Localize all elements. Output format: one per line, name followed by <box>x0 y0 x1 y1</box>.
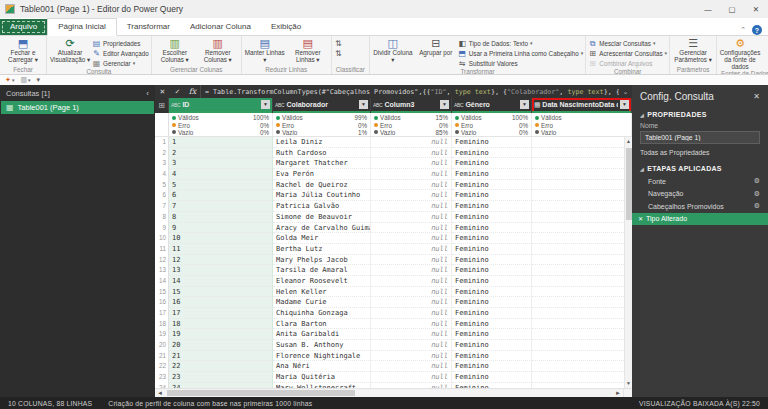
cell-id[interactable]: 3 <box>169 158 273 169</box>
cell-g-nero[interactable]: Feminino <box>452 201 532 212</box>
remover-linhas-button[interactable]: ▤Remover Linhas ▾ <box>287 37 329 66</box>
cell-data-nascimentodata-de-admiss-o[interactable] <box>532 201 632 212</box>
applied-step-navega-o[interactable]: Navegação⚙ <box>632 188 768 201</box>
row-number[interactable]: 21 <box>155 351 169 362</box>
cell-data-nascimentodata-de-admiss-o[interactable] <box>532 340 632 351</box>
cell-g-nero[interactable]: Feminino <box>452 276 532 287</box>
cell-data-nascimentodata-de-admiss-o[interactable] <box>532 158 632 169</box>
acrescentar-consultas-button[interactable]: ⊞Acrescentar Consultas▾ <box>588 48 667 58</box>
cell-id[interactable]: 7 <box>169 201 273 212</box>
row-number[interactable]: 18 <box>155 319 169 330</box>
column-header-data-nascimentodata-de-admiss-o[interactable]: ▦Data NascimentoData de Admissão▼ <box>532 98 632 113</box>
cell-g-nero[interactable]: Feminino <box>452 137 532 148</box>
cell-id[interactable]: 5 <box>169 180 273 191</box>
sort-ascending-button[interactable]: ⇅ <box>334 38 343 48</box>
tab-transformar[interactable]: Transformar <box>117 19 180 35</box>
cell-id[interactable]: 8 <box>169 212 273 223</box>
gerenciar-button[interactable]: ▦Gerenciar▾ <box>92 58 149 68</box>
applied-step-cabe-alhos-promovidos[interactable]: Cabeçalhos Promovidos⚙ <box>632 200 768 213</box>
cell-g-nero[interactable]: Feminino <box>452 361 532 372</box>
cell-data-nascimentodata-de-admiss-o[interactable] <box>532 148 632 159</box>
cell-data-nascimentodata-de-admiss-o[interactable] <box>532 190 632 201</box>
cell-g-nero[interactable]: Feminino <box>452 265 532 276</box>
cell-colaborador[interactable]: Aracy de Carvalho Guimarã… <box>273 223 371 234</box>
cell-g-nero[interactable]: Feminino <box>452 287 532 298</box>
confirm-formula-icon[interactable]: ✓ <box>170 88 185 96</box>
cell-id[interactable]: 18 <box>169 319 273 330</box>
cell-colaborador[interactable]: Patricia Galvão <box>273 201 371 212</box>
row-number[interactable]: 20 <box>155 340 169 351</box>
editor-avan-ado-button[interactable]: ✎Editor Avançado <box>92 48 149 58</box>
column-header-g-nero[interactable]: ABCGênero▼ <box>452 98 532 113</box>
cell-g-nero[interactable]: Feminino <box>452 158 532 169</box>
cell-column3[interactable]: null <box>371 201 452 212</box>
minimize-button[interactable]: — <box>696 0 720 18</box>
cell-column3[interactable]: null <box>371 180 452 191</box>
cell-g-nero[interactable]: Feminino <box>452 308 532 319</box>
cell-id[interactable]: 23 <box>169 372 273 383</box>
row-number[interactable]: 13 <box>155 265 169 276</box>
fx-icon[interactable]: fx <box>185 87 200 96</box>
applied-step-tipo-alterado[interactable]: ✕Tipo Alterado <box>632 213 768 226</box>
cell-data-nascimentodata-de-admiss-o[interactable] <box>532 297 632 308</box>
maximize-button[interactable]: ▢ <box>720 0 744 18</box>
cell-column3[interactable]: null <box>371 255 452 266</box>
scroll-up-icon[interactable]: ▲ <box>626 137 631 146</box>
collapse-ribbon-icon[interactable]: ⌃ <box>740 26 746 34</box>
cell-colaborador[interactable]: Susan B. Anthony <box>273 340 371 351</box>
cell-data-nascimentodata-de-admiss-o[interactable] <box>532 308 632 319</box>
cell-colaborador[interactable]: Anita Garibaldi <box>273 329 371 340</box>
mesclar-consultas-button[interactable]: ⧉Mesclar Consultas▾ <box>588 38 667 48</box>
row-number[interactable]: 17 <box>155 308 169 319</box>
cancel-formula-icon[interactable]: ✕ <box>155 88 170 96</box>
cell-column3[interactable]: null <box>371 212 452 223</box>
cell-data-nascimentodata-de-admiss-o[interactable] <box>532 255 632 266</box>
help-icon[interactable]: ? <box>752 25 762 35</box>
formula-input[interactable]: = Table.TransformColumnTypes(#"Cabeçalho… <box>200 85 619 98</box>
tab-página-inicial[interactable]: Página Inicial <box>47 18 117 36</box>
cell-id[interactable]: 10 <box>169 233 273 244</box>
cell-colaborador[interactable]: Maria Júlia Coutinho <box>273 190 371 201</box>
cell-id[interactable]: 17 <box>169 308 273 319</box>
vertical-scrollbar[interactable]: ▲ ▼ <box>624 137 632 388</box>
row-number[interactable]: 1 <box>155 137 169 148</box>
cell-data-nascimentodata-de-admiss-o[interactable] <box>532 265 632 276</box>
row-number[interactable]: 12 <box>155 255 169 266</box>
cell-column3[interactable]: null <box>371 233 452 244</box>
cell-column3[interactable]: null <box>371 297 452 308</box>
cell-g-nero[interactable]: Feminino <box>452 297 532 308</box>
column-filter-dropdown-icon[interactable]: ▼ <box>359 100 368 109</box>
cell-column3[interactable]: null <box>371 148 452 159</box>
applied-steps-section-header[interactable]: ◢ ETAPAS APLICADAS <box>632 161 768 174</box>
cell-column3[interactable]: null <box>371 137 452 148</box>
row-number[interactable]: 23 <box>155 372 169 383</box>
cell-data-nascimentodata-de-admiss-o[interactable] <box>532 329 632 340</box>
qat-customize-icon[interactable]: ▾ <box>37 76 41 84</box>
horizontal-scroll-thumb[interactable] <box>167 390 355 396</box>
cell-column3[interactable]: null <box>371 319 452 330</box>
cell-data-nascimentodata-de-admiss-o[interactable] <box>532 137 632 148</box>
tab-exibição[interactable]: Exibição <box>261 19 311 35</box>
cell-data-nascimentodata-de-admiss-o[interactable] <box>532 351 632 362</box>
row-number[interactable]: 11 <box>155 244 169 255</box>
column-filter-dropdown-icon[interactable]: ▼ <box>620 100 629 109</box>
cell-colaborador[interactable]: Eleanor Roosevelt <box>273 276 371 287</box>
cell-id[interactable]: 13 <box>169 265 273 276</box>
cell-column3[interactable]: null <box>371 276 452 287</box>
cell-id[interactable]: 16 <box>169 297 273 308</box>
tab-arquivo[interactable]: Arquivo <box>0 19 47 35</box>
row-number[interactable]: 7 <box>155 201 169 212</box>
query-name-input[interactable] <box>640 131 760 144</box>
column-header-column3[interactable]: ABCColumn3▼ <box>371 98 452 113</box>
close-settings-icon[interactable]: ✕ <box>753 92 760 101</box>
cell-id[interactable]: 1 <box>169 137 273 148</box>
cell-g-nero[interactable]: Feminino <box>452 351 532 362</box>
row-number[interactable]: 2 <box>155 148 169 159</box>
row-number[interactable]: 6 <box>155 190 169 201</box>
cell-data-nascimentodata-de-admiss-o[interactable] <box>532 319 632 330</box>
cell-id[interactable]: 9 <box>169 223 273 234</box>
row-number[interactable]: 8 <box>155 212 169 223</box>
cell-colaborador[interactable]: Golda Meir <box>273 233 371 244</box>
cell-data-nascimentodata-de-admiss-o[interactable] <box>532 244 632 255</box>
cell-colaborador[interactable]: Rachel de Queiroz <box>273 180 371 191</box>
